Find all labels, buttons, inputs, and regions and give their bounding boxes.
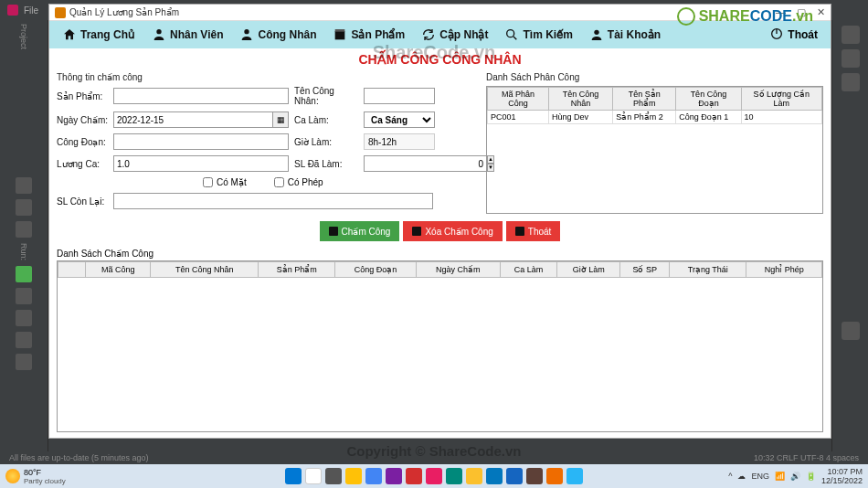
svg-point-5 [594,30,598,35]
explorer-icon[interactable] [345,468,362,484]
list2-col[interactable]: Sản Phẩm [259,262,335,278]
table-row[interactable]: PC001 Hùng Dev Sản Phẩm 2 Công Đoạn 1 10 [488,111,822,124]
app-icon[interactable] [566,468,583,484]
taskbar-weather[interactable]: 80°F Partly cloudy [5,468,66,485]
assign-col[interactable]: Tên Công Nhân [548,88,612,111]
list2-col[interactable]: Ca Làm [500,262,557,278]
ide-right-icon[interactable] [842,322,860,340]
stage-input[interactable] [113,133,289,150]
app-icon[interactable] [406,468,422,484]
ide-right-icon[interactable] [842,73,860,91]
nav-worker[interactable]: Công Nhân [232,25,323,45]
close-button[interactable]: ✕ [817,6,825,18]
ide-menu-file[interactable]: File [24,5,38,16]
xoa-cham-button[interactable]: Xóa Chấm Công [403,221,502,241]
thoat-button[interactable]: Thoát [506,221,561,241]
assign-col[interactable]: Mã Phân Công [488,88,549,111]
list2-col[interactable]: Trạng Thái [670,262,746,278]
list2-col[interactable]: Số SP [620,262,670,278]
taskbar-cond: Partly cloudy [24,477,66,485]
shift-select[interactable]: Ca Sáng [364,111,435,128]
wage-label: Lương Ca: [57,159,108,169]
nav-product[interactable]: Sản Phẩm [325,25,412,45]
list2-col[interactable]: Công Đoạn [335,262,417,278]
assign-table: Mã Phân Công Tên Công Nhân Tên Sản Phẩm … [487,87,822,124]
tray-chevron-icon[interactable]: ^ [728,472,732,481]
done-input[interactable] [364,155,487,172]
nav-exit[interactable]: Thoát [762,24,825,47]
list2-col[interactable]: Giờ Làm [557,262,620,278]
ide-right-gutter [831,20,868,468]
tray-onedrive-icon[interactable]: ☁ [737,472,746,481]
wage-input[interactable] [113,155,289,172]
worker-input[interactable] [364,88,435,104]
tray-lang[interactable]: ENG [751,472,769,481]
system-tray[interactable]: ^ ☁ ENG 📶 🔊 🔋 10:07 PM 12/15/2022 [728,467,863,485]
nav-search[interactable]: Tìm Kiếm [497,25,579,45]
shift-label: Ca Làm: [294,115,358,125]
app-icon[interactable] [386,468,402,484]
ide-tool-icon[interactable] [16,221,32,238]
list2-col[interactable]: Ngày Chấm [416,262,500,278]
present-checkbox[interactable]: Có Mặt [203,177,247,187]
ide-project-tab[interactable]: Project [19,24,28,49]
ide-tool-icon[interactable] [16,332,32,348]
ide-run-tab[interactable]: Run: [19,243,28,260]
ide-left-gutter: Project Run: [0,20,48,468]
svg-point-0 [156,29,161,34]
start-button[interactable] [285,468,302,484]
calendar-icon: ▦ [277,115,285,124]
nav-home[interactable]: Trang Chủ [55,25,143,45]
tray-volume-icon[interactable]: 🔊 [790,472,800,481]
cham-cong-button[interactable]: Chấm Công [320,221,400,241]
assign-col[interactable]: Tên Công Đoạn [676,88,741,111]
product-label: Sản Phẩm: [57,91,108,101]
hours-value: 8h-12h [364,133,435,150]
taskbar-clock[interactable]: 10:07 PM 12/15/2022 [821,467,863,485]
word-icon[interactable] [506,468,523,484]
ide-tool-icon[interactable] [16,199,32,216]
nav-staff[interactable]: Nhân Viên [144,25,230,45]
edge-icon[interactable] [365,468,382,484]
watermark-logo: SHARECODE.vn [677,7,813,26]
sharecode-icon [677,7,695,26]
app-icon[interactable] [486,468,503,484]
taskview-icon[interactable] [325,468,342,484]
search-button[interactable] [305,468,322,484]
product-input[interactable] [113,88,289,104]
tray-battery-icon[interactable]: 🔋 [806,472,816,481]
action-icon [412,227,421,236]
app-icon[interactable] [426,468,442,484]
nav-update[interactable]: Cập Nhật [414,25,495,45]
ide-tool-icon[interactable] [16,310,32,326]
ide-tool-icon[interactable] [16,354,32,370]
search-icon [504,27,519,42]
calendar-button[interactable]: ▦ [272,111,289,128]
ide-tool-icon[interactable] [16,288,32,304]
ide-right-icon[interactable] [842,26,860,44]
list2-col[interactable]: Nghỉ Phép [746,262,822,278]
app-icon[interactable] [446,468,462,484]
list2-table: Mã Công Tên Công Nhân Sản Phẩm Công Đoạn… [58,261,822,278]
list2-col[interactable]: Tên Công Nhân [151,262,259,278]
list2-box[interactable]: Mã Công Tên Công Nhân Sản Phẩm Công Đoạn… [57,260,823,432]
svg-rect-3 [335,29,345,32]
java-icon[interactable] [546,468,563,484]
tray-wifi-icon[interactable]: 📶 [775,472,785,481]
assign-col[interactable]: Tên Sản Phẩm [613,88,676,111]
ide-run-icon[interactable] [16,266,32,282]
remain-input[interactable] [113,193,433,209]
assign-table-box[interactable]: Mã Phân Công Tên Công Nhân Tên Sản Phẩm … [486,86,823,214]
ide-right-icon[interactable] [842,49,860,68]
app-icon[interactable] [526,468,543,484]
power-icon [769,27,784,44]
windows-taskbar[interactable]: 80°F Partly cloudy ^ ☁ ENG 📶 🔊 🔋 10:07 P… [0,464,868,488]
date-input[interactable] [113,111,272,128]
leave-checkbox[interactable]: Có Phép [274,177,323,187]
assign-col[interactable]: Số Lượng Cần Làm [741,88,821,111]
list2-col[interactable]: Mã Công [86,262,151,278]
nav-account[interactable]: Tài Khoản [582,25,668,45]
ide-tool-icon[interactable] [16,177,32,194]
refresh-icon [421,27,436,42]
chrome-icon[interactable] [466,468,482,484]
